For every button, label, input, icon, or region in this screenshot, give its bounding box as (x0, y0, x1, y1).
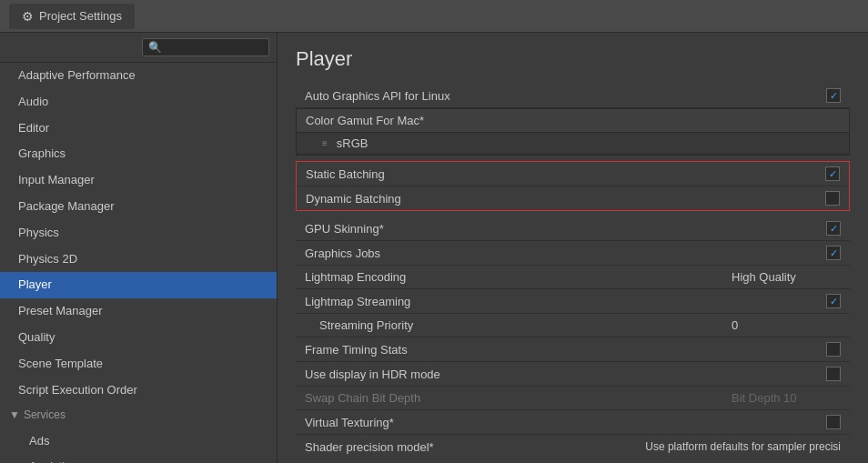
main-layout: Adaptive PerformanceAudioEditorGraphicsI… (0, 33, 868, 463)
row-streaming-priority: Streaming Priority 0 (296, 314, 850, 337)
sidebar-item-quality[interactable]: Quality (0, 325, 277, 351)
checkbox-lightmap-streaming[interactable] (826, 294, 841, 308)
label-frame-timing-stats: Frame Timing Stats (305, 343, 826, 357)
label-gpu-skinning: GPU Skinning* (305, 222, 826, 236)
row-shader-precision: Shader precision model* Use platform def… (296, 435, 850, 458)
row-swap-chain-bit-depth: Swap Chain Bit Depth Bit Depth 10 (296, 387, 850, 410)
sidebar: Adaptive PerformanceAudioEditorGraphicsI… (0, 33, 278, 463)
gamut-srgb: ≡ sRGB (297, 133, 849, 155)
sidebar-item-audio[interactable]: Audio (0, 89, 277, 116)
title-bar-tab[interactable]: ⚙ Project Settings (9, 4, 135, 29)
gamut-srgb-label: sRGB (337, 136, 368, 150)
row-gpu-skinning: GPU Skinning* (296, 216, 850, 241)
label-graphics-jobs: Graphics Jobs (305, 247, 826, 260)
value-lightmap-encoding: High Quality (732, 270, 841, 284)
row-auto-graphics-api: Auto Graphics API for Linux (296, 84, 850, 108)
color-gamut-header: Color Gamut For Mac* (297, 109, 849, 133)
checkbox-frame-timing-stats[interactable] (826, 342, 841, 357)
label-virtual-texturing: Virtual Texturing* (305, 416, 826, 429)
gear-icon: ⚙ (22, 9, 34, 24)
label-lightmap-encoding: Lightmap Encoding (305, 270, 732, 284)
checkbox-graphics-jobs[interactable] (826, 246, 841, 260)
batching-section: Static Batching Dynamic Batching (296, 161, 850, 211)
color-gamut-section: Color Gamut For Mac* ≡ sRGB (296, 108, 850, 156)
checkbox-virtual-texturing[interactable] (826, 415, 841, 429)
row-dynamic-batching: Dynamic Batching (297, 186, 849, 210)
sidebar-item-analytics[interactable]: Analytics (0, 454, 277, 463)
value-shader-precision: Use platform defaults for sampler precis… (645, 440, 841, 453)
sidebar-item-services[interactable]: ▼ Services (0, 403, 277, 428)
checkbox-auto-graphics-api[interactable] (826, 88, 841, 103)
sidebar-item-script-execution-order[interactable]: Script Execution Order (0, 377, 277, 404)
value-swap-chain-bit-depth: Bit Depth 10 (732, 391, 841, 405)
sidebar-item-input-manager[interactable]: Input Manager (0, 167, 277, 194)
page-title: Player (296, 47, 850, 71)
title-bar: ⚙ Project Settings (0, 0, 868, 33)
sidebar-item-editor[interactable]: Editor (0, 116, 277, 142)
row-static-batching: Static Batching (297, 162, 849, 186)
sidebar-item-preset-manager[interactable]: Preset Manager (0, 298, 277, 325)
triangle-icon: ▼ (9, 407, 20, 424)
label-dynamic-batching: Dynamic Batching (306, 192, 825, 206)
label-use-display-hdr: Use display in HDR mode (305, 367, 826, 381)
row-graphics-jobs: Graphics Jobs (296, 241, 850, 266)
sidebar-items: Adaptive PerformanceAudioEditorGraphicsI… (0, 63, 277, 463)
sidebar-item-physics-2d[interactable]: Physics 2D (0, 247, 277, 273)
checkbox-use-display-hdr[interactable] (826, 367, 841, 381)
sidebar-item-graphics[interactable]: Graphics (0, 141, 277, 167)
label-shader-precision: Shader precision model* (305, 440, 645, 454)
sidebar-item-scene-template[interactable]: Scene Template (0, 351, 277, 377)
label-auto-graphics-api: Auto Graphics API for Linux (305, 89, 826, 103)
sidebar-item-player[interactable]: Player (0, 272, 277, 298)
label-static-batching: Static Batching (306, 167, 825, 181)
label-streaming-priority: Streaming Priority (305, 318, 732, 332)
search-bar (0, 33, 277, 63)
row-frame-timing-stats: Frame Timing Stats (296, 337, 850, 362)
row-use-display-hdr: Use display in HDR mode (296, 362, 850, 387)
drag-handle-icon: ≡ (322, 138, 328, 148)
label-swap-chain-bit-depth: Swap Chain Bit Depth (305, 391, 732, 405)
value-streaming-priority: 0 (732, 318, 841, 332)
search-input[interactable] (142, 38, 269, 56)
color-gamut-label: Color Gamut For Mac* (306, 114, 424, 127)
sidebar-item-physics[interactable]: Physics (0, 220, 277, 247)
sidebar-item-label: Services (24, 407, 66, 424)
title-bar-label: Project Settings (39, 9, 122, 23)
sidebar-item-package-manager[interactable]: Package Manager (0, 194, 277, 220)
row-virtual-texturing: Virtual Texturing* (296, 410, 850, 435)
checkbox-gpu-skinning[interactable] (826, 221, 841, 236)
sidebar-item-ads[interactable]: Ads (0, 428, 277, 455)
sidebar-item-adaptive-performance[interactable]: Adaptive Performance (0, 63, 277, 89)
checkbox-static-batching[interactable] (825, 166, 840, 181)
content-area: Player Auto Graphics API for Linux Color… (278, 33, 868, 463)
row-lightmap-encoding: Lightmap Encoding High Quality (296, 266, 850, 289)
row-lightmap-streaming: Lightmap Streaming (296, 289, 850, 314)
checkbox-dynamic-batching[interactable] (825, 191, 840, 206)
label-lightmap-streaming: Lightmap Streaming (305, 295, 826, 308)
